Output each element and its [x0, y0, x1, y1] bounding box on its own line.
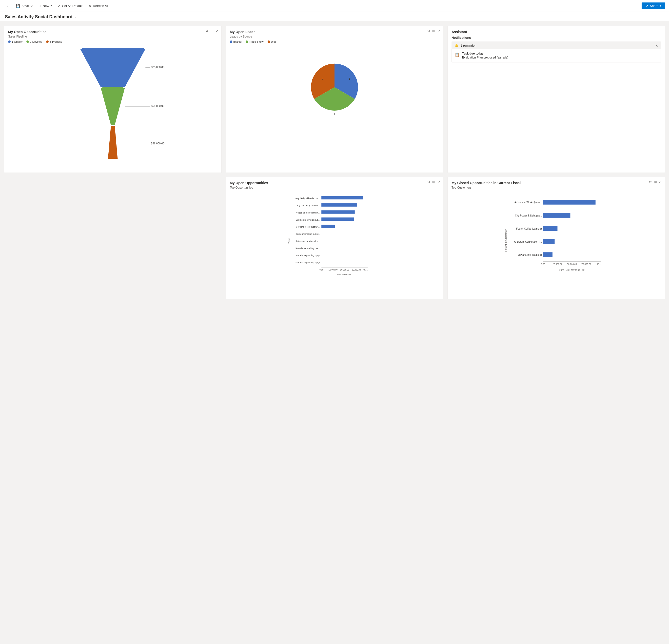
open-opportunities-title: My Open Opportunities [8, 30, 217, 34]
save-icon: 💾 [16, 4, 20, 8]
closed-bar-1[interactable] [543, 213, 570, 218]
closed-opportunities-title: My Closed Opportunities in Current Fisca… [452, 181, 661, 185]
bar-4[interactable] [322, 225, 335, 228]
new-icon: + [39, 4, 41, 8]
task-icon: 📋 [455, 52, 460, 57]
closed-bar-label-1: City Power & Light (sa... [515, 214, 542, 217]
funnel-label-propose: $36,000.00 [151, 142, 165, 145]
table-icon-leads[interactable]: ⊞ [432, 29, 435, 33]
funnel-propose-shape[interactable] [108, 126, 117, 159]
new-chevron-icon: ▾ [51, 4, 52, 7]
chevron-up-icon: ∧ [655, 43, 658, 47]
legend-item-propose: 3-Propose [46, 40, 62, 43]
closed-bar-label-0: Adventure Works (sam... [514, 201, 542, 204]
set-default-button[interactable]: ✓ Set As Default [55, 3, 85, 9]
refresh-button[interactable]: ↻ Refresh All [86, 3, 111, 9]
trade-show-dot [246, 41, 248, 43]
share-chevron-icon: ▾ [660, 4, 661, 7]
open-opportunities-bar-title: My Open Opportunities [230, 181, 439, 185]
bar-label-3: Will be ordering about ... [296, 219, 320, 221]
save-as-label: Save As [22, 4, 33, 8]
closed-bar-0[interactable] [543, 200, 596, 205]
closed-bar-label-2: Fourth Coffee (sample) [516, 227, 542, 230]
qualify-dot [8, 41, 11, 43]
funnel-label-qualify: $25,000.00 [151, 66, 165, 69]
back-icon: ← [6, 4, 10, 8]
reload-icon[interactable]: ↺ [205, 29, 209, 33]
legend-trade-show: Trade Show [246, 40, 264, 43]
open-opportunities-legend: 1-Qualify 2-Develop 3-Propose [8, 40, 217, 43]
new-label: New [43, 4, 49, 8]
closed-y-axis-label: Potential Customer [504, 229, 507, 252]
bar-label-4: 6 orders of Product SK... [296, 226, 320, 228]
closed-x-tick-3: 75,000.00 [581, 263, 591, 266]
check-icon: ✓ [58, 4, 61, 8]
bar-label-6: Likes our products (sa... [296, 240, 320, 242]
reminder-header[interactable]: 🔔 1 reminder ∧ [452, 42, 661, 49]
notifications-section: Notifications 🔔 1 reminder ∧ 📋 Task due … [452, 36, 661, 62]
reminder-content: 📋 Task due today Evaluation Plan propose… [452, 49, 661, 62]
closed-x-tick-0: 0.00 [541, 263, 545, 266]
develop-dot [26, 41, 29, 43]
open-opportunities-subtitle: Sales Pipeline [8, 35, 217, 38]
funnel-label-develop: $55,000.00 [151, 104, 165, 108]
closed-bar-4[interactable] [543, 252, 553, 257]
blank-dot [230, 41, 232, 43]
open-opportunities-bar-chart: Topic Very likely will order 18 ... They… [230, 191, 439, 295]
save-as-button[interactable]: 💾 Save As [13, 3, 36, 9]
bar-3[interactable] [322, 217, 354, 221]
expand-icon-opp-bar[interactable]: ⤢ [437, 180, 440, 184]
expand-icon-closed[interactable]: ⤢ [659, 180, 662, 184]
open-opps-bar-svg: Topic Very likely will order 18 ... They… [230, 193, 439, 293]
expand-icon[interactable]: ⤢ [215, 29, 218, 33]
reload-icon-opp-bar[interactable]: ↺ [427, 180, 430, 184]
reminder-task-row: 📋 Task due today Evaluation Plan propose… [455, 52, 658, 60]
reminder-count: 1 reminder [460, 44, 476, 47]
share-label: Share [650, 4, 658, 8]
x-tick-4: 40,... [363, 269, 368, 271]
closed-bar-2[interactable] [543, 226, 557, 231]
bar-label-7: Store is expanding - se... [295, 247, 320, 249]
share-button[interactable]: ↗ Share ▾ [642, 2, 665, 9]
open-opportunities-bar-card: My Open Opportunities ↺ ⊞ ⤢ Top Opportun… [226, 177, 443, 299]
expand-icon-leads[interactable]: ⤢ [437, 29, 440, 33]
page-title: Sales Activity Social Dashboard [5, 14, 72, 19]
pie-label-blank: 1 [349, 77, 350, 80]
task-detail-text: Evaluation Plan proposed (sample) [462, 55, 508, 60]
refresh-icon: ↻ [88, 4, 91, 8]
pie-label-web: 1 [334, 113, 335, 115]
funnel-qualify-shape[interactable] [80, 49, 145, 87]
pie-label-tradeshow: 1 [322, 77, 323, 80]
reload-icon-leads[interactable]: ↺ [427, 29, 430, 33]
page-title-chevron-icon[interactable]: ⌄ [74, 15, 77, 19]
closed-opportunities-subtitle: Top Customers [452, 186, 661, 189]
closed-x-tick-1: 25,000.00 [553, 263, 563, 266]
task-due-label: Task due today [462, 52, 508, 55]
bell-icon: 🔔 [454, 44, 458, 47]
assistant-title: Assistant [452, 30, 661, 34]
bar-0[interactable] [322, 196, 363, 199]
trade-show-label: Trade Show [249, 40, 264, 43]
propose-label: 3-Propose [49, 40, 62, 43]
table-icon-closed[interactable]: ⊞ [654, 180, 657, 184]
open-leads-title: My Open Leads [230, 30, 439, 34]
reload-icon-closed[interactable]: ↺ [649, 180, 652, 184]
bar-1[interactable] [322, 203, 357, 206]
qualify-label: 1-Qualify [12, 40, 23, 43]
closed-opportunities-card: My Closed Opportunities in Current Fisca… [447, 177, 665, 299]
funnel-develop-shape[interactable] [101, 88, 125, 125]
open-opportunities-bar-actions: ↺ ⊞ ⤢ [427, 180, 440, 184]
table-icon[interactable]: ⊞ [211, 29, 214, 33]
bar-label-9: Store is expanding opty3 [296, 261, 320, 264]
new-button[interactable]: + New ▾ [37, 3, 54, 9]
bar-label-1: They sell many of the s... [295, 204, 320, 207]
closed-bar-svg: Potential Customer Adventure Works (sam.… [452, 193, 661, 293]
closed-bar-label-3: A. Datum Corporation (... [514, 240, 542, 243]
x-tick-3: 30,000.00 [352, 269, 361, 271]
closed-bar-3[interactable] [543, 239, 555, 244]
bar-label-2: Needs to restock their ... [296, 212, 320, 214]
table-icon-opp-bar[interactable]: ⊞ [432, 180, 435, 184]
dashboard: My Open Opportunities ↺ ⊞ ⤢ Sales Pipeli… [0, 22, 669, 303]
bar-2[interactable] [322, 210, 355, 214]
back-button[interactable]: ← [4, 3, 12, 9]
